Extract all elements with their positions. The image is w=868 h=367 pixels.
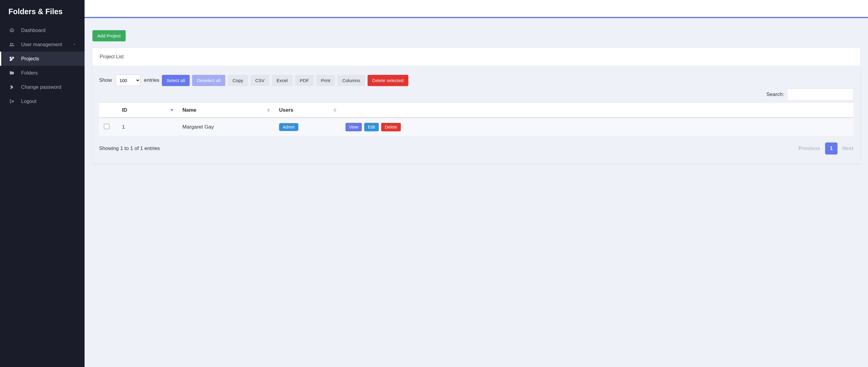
column-name[interactable]: Name <box>178 103 274 118</box>
sidebar-item-label: Projects <box>21 56 39 62</box>
table-footer: Showing 1 to 1 of 1 entries Previous 1 N… <box>99 142 854 155</box>
project-table: ID Name <box>99 103 854 136</box>
page-number-current[interactable]: 1 <box>825 142 837 155</box>
previous-page[interactable]: Previous <box>799 145 820 152</box>
users-icon <box>8 42 15 47</box>
entries-label: entries <box>144 77 159 83</box>
sidebar-item-label: Folders <box>21 70 38 76</box>
column-name-label: Name <box>182 107 196 113</box>
svg-rect-1 <box>13 57 14 58</box>
column-id[interactable]: ID <box>117 103 178 118</box>
add-project-button[interactable]: Add Project <box>92 30 126 41</box>
cell-name: Margaret Gay <box>178 118 274 136</box>
select-all-button[interactable]: Select all <box>162 75 190 86</box>
sidebar-item-projects[interactable]: Projects <box>0 52 85 66</box>
table-info: Showing 1 to 1 of 1 entries <box>99 145 160 152</box>
cell-id: 1 <box>117 118 178 136</box>
project-icon <box>8 56 15 62</box>
column-users[interactable]: Users <box>274 103 341 118</box>
edit-button[interactable]: Edit <box>364 123 379 131</box>
svg-rect-2 <box>11 59 12 60</box>
column-actions <box>341 103 854 118</box>
brand-title: Folders & Files <box>8 7 79 16</box>
csv-button[interactable]: CSV <box>250 75 270 86</box>
card-body: Show 10 25 50 100 entries Select all Des… <box>92 66 860 164</box>
project-list-card: Project List Show 10 25 50 100 entries S… <box>92 48 860 164</box>
search-row: Search: <box>99 89 854 100</box>
sidebar-item-logout[interactable]: Logout <box>0 94 85 108</box>
topbar <box>85 0 868 17</box>
sidebar-item-folders[interactable]: Folders <box>0 66 85 80</box>
sidebar-item-dashboard[interactable]: Dashboard <box>0 23 85 37</box>
sidebar-item-label: Dashboard <box>21 28 45 33</box>
dashboard-icon <box>8 28 15 33</box>
column-checkbox[interactable] <box>99 103 117 118</box>
view-button[interactable]: View <box>345 123 362 131</box>
sort-icon <box>334 108 336 112</box>
sort-icon <box>267 108 270 112</box>
next-page[interactable]: Next <box>842 145 854 152</box>
sort-icon <box>170 109 173 111</box>
search-input[interactable] <box>787 89 854 100</box>
pagination: Previous 1 Next <box>799 142 854 155</box>
chevron-down-icon <box>72 42 76 47</box>
user-badge: Admin <box>279 123 299 131</box>
row-checkbox[interactable] <box>104 124 109 129</box>
column-id-label: ID <box>122 107 127 113</box>
sidebar-item-change-password[interactable]: Change password <box>0 80 85 94</box>
brand: Folders & Files <box>0 0 85 23</box>
folder-icon <box>8 70 15 76</box>
show-label: Show <box>99 77 112 83</box>
table-row: 1 Margaret Gay Admin View Edit Delet <box>99 118 854 136</box>
table-controls: Show 10 25 50 100 entries Select all Des… <box>99 74 854 86</box>
search-label: Search: <box>766 92 784 98</box>
sidebar-item-user-management[interactable]: User management <box>0 37 85 52</box>
print-button[interactable]: Print <box>316 75 335 86</box>
delete-selected-button[interactable]: Delete selected <box>368 75 408 86</box>
sidebar-item-label: User management <box>21 42 62 47</box>
content: Add Project Project List Show 10 25 50 1… <box>85 18 868 171</box>
card-title: Project List <box>92 48 860 66</box>
logout-icon <box>8 99 15 104</box>
column-users-label: Users <box>279 107 293 113</box>
sidebar-item-label: Logout <box>21 98 36 104</box>
deselect-all-button[interactable]: Deselect all <box>192 75 225 86</box>
pdf-button[interactable]: PDF <box>295 75 314 86</box>
sidebar-item-label: Change password <box>21 84 61 90</box>
columns-button[interactable]: Columns <box>337 75 365 86</box>
copy-button[interactable]: Copy <box>228 75 248 86</box>
sidebar-nav: Dashboard User management Projects <box>0 23 85 108</box>
excel-button[interactable]: Excel <box>272 75 293 86</box>
sidebar: Folders & Files Dashboard User managemen… <box>0 0 85 367</box>
length-select[interactable]: 10 25 50 100 <box>116 74 141 86</box>
cell-actions: View Edit Delete <box>341 118 854 136</box>
table-header-row: ID Name <box>99 103 854 118</box>
main: Add Project Project List Show 10 25 50 1… <box>85 0 868 367</box>
key-icon <box>8 85 15 90</box>
svg-rect-0 <box>10 57 11 58</box>
delete-button[interactable]: Delete <box>381 123 401 131</box>
cell-users: Admin <box>274 118 341 136</box>
